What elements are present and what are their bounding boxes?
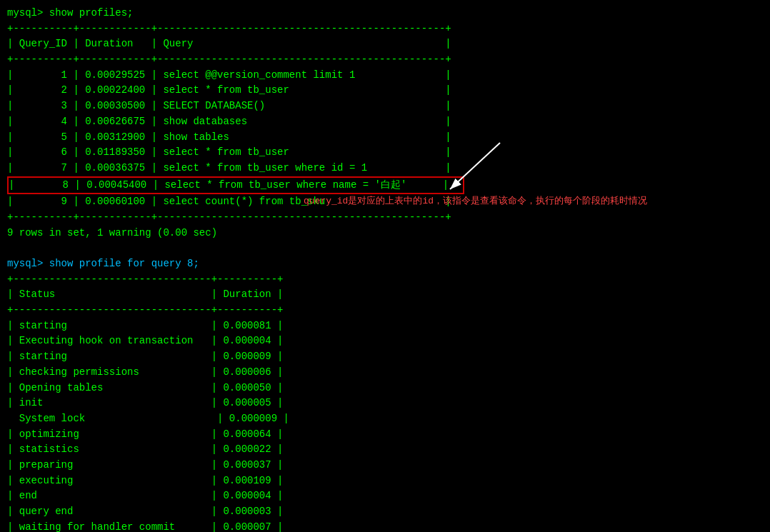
table-header: | Query_ID | Duration | Query |: [7, 36, 763, 52]
divider-mid: +----------+------------+---------------…: [7, 52, 763, 68]
divider-bot: +----------+------------+---------------…: [7, 210, 763, 226]
table-row: | 5 | 0.00312900 | show tables |: [7, 130, 763, 146]
profile-row: | preparing | 0.000037 |: [7, 458, 763, 473]
profile-row: | query end | 0.000003 |: [7, 504, 763, 520]
profile-row: | end | 0.000004 |: [7, 488, 763, 504]
table-row: | 6 | 0.01189350 | select * from tb_user…: [7, 145, 763, 161]
table-row: | 1 | 0.00029525 | select @@version_comm…: [7, 68, 763, 84]
profile-row: | init | 0.000005 |: [7, 396, 763, 411]
profile-row: | Executing hook on transaction | 0.0000…: [7, 333, 763, 349]
prompt-show-profile: mysql> show profile for query 8;: [7, 256, 763, 272]
profile-header: | Status | Duration |: [7, 287, 763, 303]
profile-row: | starting | 0.000009 |: [7, 349, 763, 365]
terminal: mysql> show profiles; +----------+------…: [0, 0, 770, 532]
profile-divider-mid: +---------------------------------+-----…: [7, 303, 763, 318]
prompt-show-profiles: mysql> show profiles;: [7, 6, 763, 21]
table-row: | 2 | 0.00022400 | select * from tb_user…: [7, 83, 763, 99]
profile-row: | executing | 0.000109 |: [7, 473, 763, 489]
profile-row: | statistics | 0.000022 |: [7, 442, 763, 458]
profile-row: | checking permissions | 0.000006 |: [7, 365, 763, 381]
profile-row: | optimizing | 0.000064 |: [7, 427, 763, 443]
profile-row: | Opening tables | 0.000050 |: [7, 381, 763, 396]
table-row-highlighted: | 8 | 0.00045400 | select * from tb_user…: [7, 176, 464, 195]
profile-row: | waiting for handler commit | 0.000007 …: [7, 520, 763, 532]
profile-row: System lock | 0.000009 |: [7, 411, 763, 427]
table-row: | 3 | 0.00030500 | SELECT DATABASE() |: [7, 99, 763, 114]
profile-row: | starting | 0.000081 |: [7, 318, 763, 334]
rows-info-1: 9 rows in set, 1 warning (0.00 sec): [7, 226, 763, 241]
table-row: | 7 | 0.00036375 | select * from tb_user…: [7, 161, 763, 176]
table-row: | 4 | 0.00626675 | show databases |: [7, 114, 763, 130]
profile-divider-top: +---------------------------------+-----…: [7, 272, 763, 288]
arrow-svg: [429, 136, 514, 207]
svg-line-1: [450, 143, 500, 189]
divider-top: +----------+------------+---------------…: [7, 21, 763, 37]
